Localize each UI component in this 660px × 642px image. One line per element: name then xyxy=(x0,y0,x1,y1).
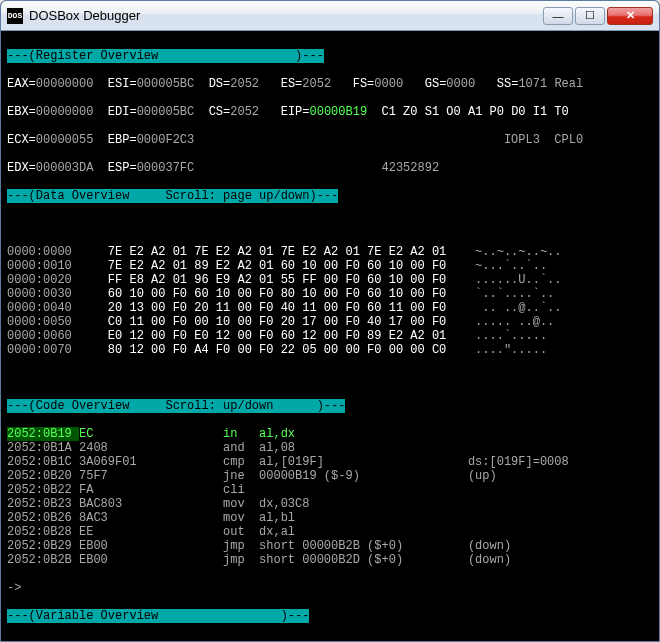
maximize-button[interactable]: ☐ xyxy=(575,7,605,25)
data-row: 0000:0010 7E E2 A2 01 89 E2 A2 01 60 10 … xyxy=(7,259,653,273)
code-row: 2052:0B1C 3A069F01 cmp al,[019F] ds:[019… xyxy=(7,455,653,469)
variable-section-header: ---(Variable Overview )--- xyxy=(7,609,309,623)
code-row: 2052:0B29 EB00 jmp short 00000B2B ($+0) … xyxy=(7,539,653,553)
titlebar[interactable]: DOS DOSBox Debugger — ☐ ✕ xyxy=(1,1,659,31)
code-row: 2052:0B26 8AC3 mov al,bl xyxy=(7,511,653,525)
minimize-button[interactable]: — xyxy=(543,7,573,25)
register-section-header: ---(Register Overview )--- xyxy=(7,49,324,63)
code-section-header: ---(Code Overview Scroll: up/down )--- xyxy=(7,399,345,413)
data-block: 0000:0000 7E E2 A2 01 7E E2 A2 01 7E E2 … xyxy=(7,245,653,357)
app-icon: DOS xyxy=(7,8,23,24)
app-window: DOS DOSBox Debugger — ☐ ✕ ---(Register O… xyxy=(0,0,660,642)
code-row: 2052:0B19 EC in al,dx xyxy=(7,427,653,441)
window-title: DOSBox Debugger xyxy=(29,8,543,23)
code-row: 2052:0B2B EB00 jmp short 00000B2D ($+0) … xyxy=(7,553,653,567)
code-row: 2052:0B20 75F7 jne 00000B19 ($-9) (up) xyxy=(7,469,653,483)
data-row: 0000:0030 60 10 00 F0 60 10 00 F0 80 10 … xyxy=(7,287,653,301)
data-row: 0000:0050 C0 11 00 F0 00 10 00 F0 20 17 … xyxy=(7,315,653,329)
code-row: 2052:0B28 EE out dx,al xyxy=(7,525,653,539)
code-row: 2052:0B23 BAC803 mov dx,03C8 xyxy=(7,497,653,511)
register-line-2: EBX=00000000 EDI=000005BC CS=2052 EIP=00… xyxy=(7,105,653,119)
data-row: 0000:0070 80 12 00 F0 A4 F0 00 F0 22 05 … xyxy=(7,343,653,357)
close-button[interactable]: ✕ xyxy=(607,7,653,25)
terminal[interactable]: ---(Register Overview )--- EAX=00000000 … xyxy=(1,31,659,641)
code-row: 2052:0B22 FA cli xyxy=(7,483,653,497)
register-line-4: EDX=000003DA ESP=000037FC 42352892 xyxy=(7,161,653,175)
data-row: 0000:0040 20 13 00 F0 20 11 00 F0 40 11 … xyxy=(7,301,653,315)
register-line-1: EAX=00000000 ESI=000005BC DS=2052 ES=205… xyxy=(7,77,653,91)
data-row: 0000:0020 FF E8 A2 01 96 E9 A2 01 55 FF … xyxy=(7,273,653,287)
data-row: 0000:0060 E0 12 00 F0 E0 12 00 F0 60 12 … xyxy=(7,329,653,343)
register-line-3: ECX=00000055 EBP=0000F2C3 IOPL3 CPL0 xyxy=(7,133,653,147)
code-cursor: -> xyxy=(7,581,653,595)
code-row: 2052:0B1A 2408 and al,08 xyxy=(7,441,653,455)
data-row: 0000:0000 7E E2 A2 01 7E E2 A2 01 7E E2 … xyxy=(7,245,653,259)
code-block: 2052:0B19 EC in al,dx 2052:0B1A 2408 and… xyxy=(7,427,653,567)
data-section-header: ---(Data Overview Scroll: page up/down)-… xyxy=(7,189,338,203)
window-controls: — ☐ ✕ xyxy=(543,7,653,25)
